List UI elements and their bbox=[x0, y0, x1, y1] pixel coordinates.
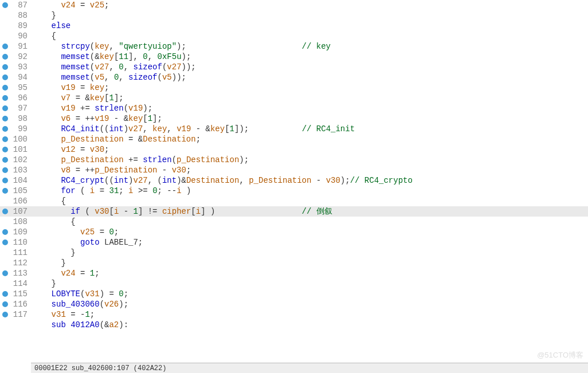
breakpoint-gutter[interactable] bbox=[0, 291, 10, 297]
breakpoint-gutter[interactable] bbox=[0, 229, 10, 235]
code-line[interactable]: 90 { bbox=[0, 31, 588, 41]
code-line[interactable]: 110 goto LABEL_7; bbox=[0, 237, 588, 248]
code-text[interactable]: v6 = ++v19 - &key[1]; bbox=[31, 113, 588, 124]
code-text[interactable]: else bbox=[31, 21, 588, 31]
line-number: 114 bbox=[10, 278, 31, 289]
code-line[interactable]: 112 } bbox=[0, 258, 588, 268]
code-text[interactable]: { bbox=[31, 217, 588, 227]
breakpoint-gutter[interactable] bbox=[0, 301, 10, 307]
code-line[interactable]: 101 v12 = v30; bbox=[0, 144, 588, 155]
code-text[interactable]: RC4_crypt((int)v27, (int)&Destination, p… bbox=[31, 175, 588, 186]
code-text[interactable]: v19 = key; bbox=[31, 83, 588, 93]
line-number: 96 bbox=[10, 93, 31, 103]
code-editor[interactable]: 87 v24 = v25;88 }89 else90 {91 strcpy(ke… bbox=[0, 0, 588, 363]
code-line[interactable]: 117 v31 = -1; bbox=[0, 309, 588, 320]
breakpoint-gutter[interactable] bbox=[0, 2, 10, 8]
code-text[interactable]: v24 = 1; bbox=[31, 268, 588, 278]
breakpoint-gutter[interactable] bbox=[0, 116, 10, 121]
code-text[interactable]: sub 4012A0(&a2): bbox=[31, 320, 588, 330]
code-text[interactable]: memset(v27, 0, sizeof(v27)); bbox=[31, 62, 588, 72]
code-text[interactable]: sub_403060(v26); bbox=[31, 299, 588, 309]
breakpoint-gutter[interactable] bbox=[0, 85, 10, 91]
code-text[interactable]: memset(&key[11], 0, 0xF5u); bbox=[31, 52, 588, 62]
status-bar: 00001E22 sub_402600:107 (402A22) bbox=[31, 363, 588, 373]
code-line[interactable]: 91 strcpy(key, "qwertyuiop"); // key bbox=[0, 41, 588, 52]
line-number: 110 bbox=[10, 237, 31, 248]
line-number: 102 bbox=[10, 155, 31, 165]
code-text[interactable]: { bbox=[31, 31, 588, 41]
code-line[interactable]: 107 if ( v30[i - 1] != cipher[i] ) // 倒叙 bbox=[0, 206, 588, 217]
code-line[interactable]: 106 { bbox=[0, 196, 588, 206]
breakpoint-gutter[interactable] bbox=[0, 74, 10, 80]
code-text[interactable]: v12 = v30; bbox=[31, 144, 588, 155]
breakpoint-gutter[interactable] bbox=[0, 188, 10, 194]
code-text[interactable]: } bbox=[31, 248, 588, 258]
line-number: 106 bbox=[10, 196, 31, 206]
code-line[interactable]: 100 p_Destination = &Destination; bbox=[0, 134, 588, 144]
code-line[interactable]: 116 sub_403060(v26); bbox=[0, 299, 588, 309]
code-line[interactable]: 114 } bbox=[0, 278, 588, 289]
code-text[interactable]: } bbox=[31, 258, 588, 268]
code-text[interactable]: for ( i = 31; i >= 0; --i ) bbox=[31, 186, 588, 196]
code-line[interactable]: 98 v6 = ++v19 - &key[1]; bbox=[0, 113, 588, 124]
breakpoint-gutter[interactable] bbox=[0, 167, 10, 173]
code-line[interactable]: 103 v8 = ++p_Destination - v30; bbox=[0, 165, 588, 175]
breakpoint-gutter[interactable] bbox=[0, 64, 10, 70]
code-line[interactable]: 94 memset(v5, 0, sizeof(v5)); bbox=[0, 72, 588, 83]
code-text[interactable]: p_Destination += strlen(p_Destination); bbox=[31, 155, 588, 165]
code-line[interactable]: 88 } bbox=[0, 10, 588, 21]
code-line[interactable]: 89 else bbox=[0, 21, 588, 31]
code-line[interactable]: 92 memset(&key[11], 0, 0xF5u); bbox=[0, 52, 588, 62]
breakpoint-gutter[interactable] bbox=[0, 105, 10, 111]
breakpoint-gutter[interactable] bbox=[0, 312, 10, 317]
breakpoint-gutter[interactable] bbox=[0, 239, 10, 245]
code-line[interactable]: 102 p_Destination += strlen(p_Destinatio… bbox=[0, 155, 588, 165]
breakpoint-gutter[interactable] bbox=[0, 136, 10, 142]
code-line[interactable]: 108 { bbox=[0, 217, 588, 227]
code-text[interactable]: v24 = v25; bbox=[31, 0, 588, 10]
breakpoint-gutter[interactable] bbox=[0, 147, 10, 152]
line-number: 115 bbox=[10, 289, 31, 299]
code-text[interactable]: v25 = 0; bbox=[31, 227, 588, 237]
code-text[interactable]: } bbox=[31, 278, 588, 289]
code-line[interactable]: 93 memset(v27, 0, sizeof(v27)); bbox=[0, 62, 588, 72]
code-text[interactable]: LOBYTE(v31) = 0; bbox=[31, 289, 588, 299]
code-line[interactable]: 113 v24 = 1; bbox=[0, 268, 588, 278]
code-text[interactable]: strcpy(key, "qwertyuiop"); // key bbox=[31, 41, 588, 52]
breakpoint-gutter[interactable] bbox=[0, 270, 10, 276]
code-line[interactable]: 111 } bbox=[0, 248, 588, 258]
code-text[interactable]: goto LABEL_7; bbox=[31, 237, 588, 248]
code-line[interactable]: 115 LOBYTE(v31) = 0; bbox=[0, 289, 588, 299]
code-line[interactable]: 95 v19 = key; bbox=[0, 83, 588, 93]
code-line[interactable]: 87 v24 = v25; bbox=[0, 0, 588, 10]
code-line[interactable]: 104 RC4_crypt((int)v27, (int)&Destinatio… bbox=[0, 175, 588, 186]
code-text[interactable]: v7 = &key[1]; bbox=[31, 93, 588, 103]
code-line[interactable]: 97 v19 += strlen(v19); bbox=[0, 103, 588, 113]
code-text[interactable]: RC4_init((int)v27, key, v19 - &key[1]); … bbox=[31, 124, 588, 134]
code-line[interactable]: sub 4012A0(&a2): bbox=[0, 320, 588, 330]
breakpoint-gutter[interactable] bbox=[0, 178, 10, 183]
code-line[interactable]: 99 RC4_init((int)v27, key, v19 - &key[1]… bbox=[0, 124, 588, 134]
breakpoint-icon bbox=[2, 178, 8, 183]
code-text[interactable]: p_Destination = &Destination; bbox=[31, 134, 588, 144]
line-number: 97 bbox=[10, 103, 31, 113]
breakpoint-gutter[interactable] bbox=[0, 44, 10, 49]
breakpoint-gutter[interactable] bbox=[0, 209, 10, 214]
code-line[interactable]: 109 v25 = 0; bbox=[0, 227, 588, 237]
breakpoint-gutter[interactable] bbox=[0, 54, 10, 60]
line-number: 92 bbox=[10, 52, 31, 62]
code-line[interactable]: 105 for ( i = 31; i >= 0; --i ) bbox=[0, 186, 588, 196]
code-text[interactable]: { bbox=[31, 196, 588, 206]
breakpoint-gutter[interactable] bbox=[0, 157, 10, 163]
breakpoint-gutter[interactable] bbox=[0, 95, 10, 101]
code-text[interactable]: v31 = -1; bbox=[31, 309, 588, 320]
code-text[interactable]: v8 = ++p_Destination - v30; bbox=[31, 165, 588, 175]
code-text[interactable]: if ( v30[i - 1] != cipher[i] ) // 倒叙 bbox=[31, 206, 588, 217]
code-text[interactable]: v19 += strlen(v19); bbox=[31, 103, 588, 113]
breakpoint-gutter[interactable] bbox=[0, 126, 10, 132]
code-text[interactable]: memset(v5, 0, sizeof(v5)); bbox=[31, 72, 588, 83]
line-number: 88 bbox=[10, 10, 31, 21]
breakpoint-icon bbox=[2, 105, 8, 111]
code-text[interactable]: } bbox=[31, 10, 588, 21]
code-line[interactable]: 96 v7 = &key[1]; bbox=[0, 93, 588, 103]
